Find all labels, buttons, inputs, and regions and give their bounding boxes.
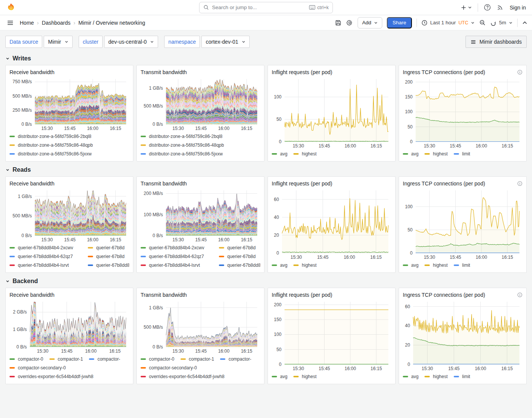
mimir-dashboards-button[interactable]: Mimir dashboards bbox=[466, 36, 527, 48]
menu-toggle-button[interactable] bbox=[5, 18, 16, 28]
chart-reads-inflight-requests[interactable]: 020406015:3015:4516:0016:15 bbox=[272, 188, 391, 261]
panel-title[interactable]: Transmit bandwidth bbox=[141, 69, 187, 75]
breadcrumb-home[interactable]: Home bbox=[20, 20, 34, 26]
legend-item[interactable]: compactor-0 bbox=[10, 356, 43, 362]
legend-item[interactable]: compactor- bbox=[89, 356, 120, 362]
chart-backend-transmit-bandwidth[interactable]: 0 B/s500 MB/s1 GB/s15:3015:4516:0016:15 bbox=[141, 299, 260, 355]
legend-item[interactable]: querier-67b8dd8 bbox=[219, 263, 260, 268]
legend-item[interactable]: querier-67b8dd84b4-lsrvt bbox=[141, 263, 219, 268]
panel-title[interactable]: Inflight requests (per pod) bbox=[272, 69, 332, 75]
namespace-label[interactable]: namespace bbox=[164, 36, 200, 48]
panel-title[interactable]: Inflight requests (per pod) bbox=[272, 292, 332, 298]
legend-item[interactable]: highest bbox=[293, 374, 317, 379]
search-input[interactable]: Search or jump to... ctrl+k bbox=[199, 2, 333, 13]
legend-item[interactable]: limit bbox=[454, 263, 470, 268]
legend-item[interactable]: querier-67b8dd8 bbox=[88, 263, 129, 268]
chart-backend-inflight-requests[interactable]: 05010015020015:3015:4516:0016:15 bbox=[272, 299, 391, 372]
legend-item[interactable]: avg bbox=[403, 374, 418, 379]
datasource-label[interactable]: Data source bbox=[5, 36, 42, 48]
legend-item[interactable]: querier-67b8dd84b4-62qz7 bbox=[141, 254, 219, 259]
legend-item[interactable]: highest bbox=[293, 151, 317, 157]
new-menu-button[interactable] bbox=[461, 5, 472, 11]
chart-backend-ingress-tcp[interactable]: 020406015:3015:4516:0016:15 bbox=[403, 299, 522, 372]
legend-item[interactable]: distributor-zone-a-56fd759c86-5jxxw bbox=[10, 151, 92, 157]
legend-item[interactable]: querier-67b8dd84b4-2xcwv bbox=[10, 245, 88, 250]
chart-reads-receive-bandwidth[interactable]: 0 B/s500 MB/s1 GB/s15:3015:4516:0016:15 bbox=[10, 188, 129, 243]
legend-item[interactable]: avg bbox=[272, 263, 287, 268]
legend-item[interactable]: compactor-1 bbox=[49, 356, 83, 362]
sign-in-button[interactable]: Sign in bbox=[510, 5, 526, 11]
grafana-logo[interactable] bbox=[6, 3, 16, 13]
save-dashboard-button[interactable] bbox=[335, 19, 342, 26]
legend-item[interactable]: avg bbox=[403, 263, 418, 268]
collapse-toolbar-button[interactable] bbox=[522, 20, 527, 25]
datasource-select[interactable]: Mimir bbox=[44, 36, 72, 48]
info-icon[interactable] bbox=[517, 70, 522, 75]
legend-item[interactable]: querier-67b8d bbox=[219, 254, 260, 259]
legend-item[interactable]: highest bbox=[424, 374, 448, 379]
legend-item[interactable]: distributor-zone-a-56fd759c86-2bql8 bbox=[141, 134, 222, 139]
panel-title[interactable]: Ingress TCP connections (per pod) bbox=[403, 292, 485, 298]
time-range-picker[interactable]: Last 1 hour UTC bbox=[421, 20, 475, 26]
info-icon[interactable] bbox=[517, 292, 522, 298]
legend-item[interactable]: querier-67b8d bbox=[88, 245, 129, 250]
legend-item[interactable]: avg bbox=[403, 151, 418, 157]
panel-title[interactable]: Receive bandwidth bbox=[10, 292, 54, 298]
cluster-label[interactable]: cluster bbox=[79, 36, 103, 48]
legend-item[interactable]: distributor-zone-a-56fd759c86-2bql8 bbox=[10, 134, 91, 139]
panel-title[interactable]: Receive bandwidth bbox=[10, 180, 54, 187]
svg-text:16:15: 16:15 bbox=[502, 255, 513, 260]
legend-item[interactable]: compactor-secondary-0 bbox=[141, 365, 197, 370]
chart-reads-ingress-tcp[interactable]: 05010015:3015:4516:0016:15 bbox=[403, 188, 522, 261]
panel-title[interactable]: Ingress TCP connections (per pod) bbox=[403, 69, 485, 75]
legend-item[interactable]: limit bbox=[454, 374, 470, 379]
legend-item[interactable]: overrides-exporter-6c544b4ddf-jvwh8 bbox=[141, 374, 225, 379]
zoom-out-button[interactable] bbox=[479, 19, 486, 26]
legend-item[interactable]: distributor-zone-a-56fd759c86-48qpb bbox=[141, 142, 224, 148]
legend-item[interactable]: overrides-exporter-6c544b4ddf-jvwh8 bbox=[10, 374, 93, 379]
chart-writes-inflight-requests[interactable]: 05010015:3015:4516:0016:15 bbox=[272, 77, 391, 149]
legend-item[interactable]: avg bbox=[272, 374, 287, 379]
share-button[interactable]: Share bbox=[387, 17, 412, 28]
legend-item[interactable]: compactor-1 bbox=[180, 356, 214, 362]
section-header-writes[interactable]: Writes bbox=[0, 50, 532, 65]
help-icon[interactable] bbox=[484, 4, 491, 11]
panel-title[interactable]: Transmit bandwidth bbox=[141, 292, 187, 298]
svg-text:15:30: 15:30 bbox=[41, 126, 53, 131]
legend-item[interactable]: querier-67b8dd84b4-2xcwv bbox=[141, 245, 219, 250]
namespace-select[interactable]: cortex-dev-01 bbox=[201, 36, 250, 48]
chart-writes-transmit-bandwidth[interactable]: 0 B/s500 MB/s1 GB/s15:3015:4516:0016:15 bbox=[141, 77, 260, 132]
chart-writes-receive-bandwidth[interactable]: 0 B/s250 MB/s500 MB/s750 MB/s15:3015:451… bbox=[10, 77, 129, 132]
panel-title[interactable]: Inflight requests (per pod) bbox=[272, 180, 332, 187]
legend-item[interactable]: avg bbox=[272, 151, 287, 157]
legend-item[interactable]: querier-67b8d bbox=[88, 254, 129, 259]
refresh-controls[interactable]: 5m bbox=[490, 20, 513, 26]
add-button[interactable]: Add bbox=[358, 17, 382, 28]
legend-item[interactable]: highest bbox=[293, 263, 317, 268]
section-header-reads[interactable]: Reads bbox=[0, 162, 532, 176]
legend-item[interactable]: highest bbox=[424, 151, 448, 157]
legend-item[interactable]: distributor-zone-a-56fd759c86-48qpb bbox=[10, 142, 93, 148]
legend-item[interactable]: querier-67b8dd84b4-lsrvt bbox=[10, 263, 88, 268]
chart-reads-transmit-bandwidth[interactable]: 0 B/s100 MB/s200 MB/s15:3015:4516:0016:1… bbox=[141, 188, 260, 243]
legend-item[interactable]: querier-67b8dd84b4-62qz7 bbox=[10, 254, 88, 259]
legend-item[interactable]: compactor- bbox=[220, 356, 251, 362]
legend-item[interactable]: highest bbox=[424, 263, 448, 268]
settings-button[interactable] bbox=[346, 19, 353, 26]
legend-item[interactable]: distributor-zone-a-56fd759c86-5jxxw bbox=[141, 151, 223, 157]
legend-item[interactable]: limit bbox=[454, 151, 470, 157]
news-icon[interactable] bbox=[497, 4, 504, 11]
info-icon[interactable] bbox=[517, 181, 522, 186]
panel-title[interactable]: Ingress TCP connections (per pod) bbox=[403, 180, 485, 187]
chart-backend-receive-bandwidth[interactable]: 0 B/s1 GB/s2 GB/s15:3015:4516:0016:15 bbox=[10, 299, 129, 355]
chart-writes-ingress-tcp[interactable]: 05010015020015:3015:4516:0016:15 bbox=[403, 77, 522, 149]
breadcrumb-dashboards[interactable]: Dashboards bbox=[42, 20, 71, 26]
panel-title[interactable]: Transmit bandwidth bbox=[141, 180, 187, 187]
panel-title[interactable]: Receive bandwidth bbox=[10, 69, 54, 75]
section-header-backend[interactable]: Backend bbox=[0, 273, 532, 288]
cluster-select[interactable]: dev-us-central-0 bbox=[104, 36, 158, 48]
legend-item[interactable]: querier-67b8d bbox=[219, 245, 260, 250]
breadcrumb-current[interactable]: Mimir / Overview networking bbox=[78, 20, 145, 26]
legend-item[interactable]: compactor-secondary-0 bbox=[10, 365, 66, 370]
legend-item[interactable]: compactor-0 bbox=[141, 356, 174, 362]
